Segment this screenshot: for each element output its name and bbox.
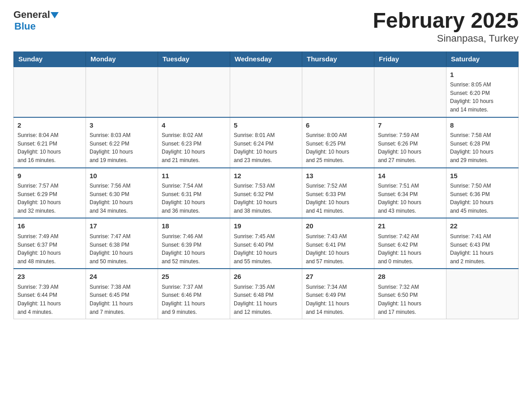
day-info: Sunrise: 8:03 AM Sunset: 6:22 PM Dayligh… xyxy=(90,131,154,164)
day-info: Sunrise: 7:45 AM Sunset: 6:40 PM Dayligh… xyxy=(234,232,298,265)
day-number: 24 xyxy=(90,272,154,282)
day-number: 5 xyxy=(234,120,298,131)
day-number: 3 xyxy=(90,120,154,131)
day-info: Sunrise: 7:37 AM Sunset: 6:46 PM Dayligh… xyxy=(162,283,226,316)
day-number: 26 xyxy=(234,272,298,282)
table-row: 27Sunrise: 7:34 AM Sunset: 6:49 PM Dayli… xyxy=(302,269,374,319)
header-friday: Friday xyxy=(374,51,446,67)
day-number: 22 xyxy=(450,221,515,231)
day-number: 19 xyxy=(234,221,298,231)
day-info: Sunrise: 7:57 AM Sunset: 6:29 PM Dayligh… xyxy=(17,182,82,215)
day-number: 27 xyxy=(306,272,370,282)
day-number: 25 xyxy=(162,272,226,282)
day-info: Sunrise: 8:01 AM Sunset: 6:24 PM Dayligh… xyxy=(234,131,298,164)
day-number: 9 xyxy=(17,171,82,181)
day-info: Sunrise: 7:52 AM Sunset: 6:33 PM Dayligh… xyxy=(306,182,370,215)
table-row: 8Sunrise: 7:58 AM Sunset: 6:28 PM Daylig… xyxy=(446,117,519,168)
day-info: Sunrise: 7:32 AM Sunset: 6:50 PM Dayligh… xyxy=(378,283,442,316)
day-info: Sunrise: 7:46 AM Sunset: 6:39 PM Dayligh… xyxy=(162,232,226,265)
calendar-header-row: Sunday Monday Tuesday Wednesday Thursday… xyxy=(14,51,519,67)
calendar-table: Sunday Monday Tuesday Wednesday Thursday… xyxy=(13,51,519,319)
calendar-subtitle: Sinanpasa, Turkey xyxy=(373,33,519,44)
day-number: 8 xyxy=(450,120,515,131)
day-number: 20 xyxy=(306,221,370,231)
table-row xyxy=(230,67,302,117)
day-info: Sunrise: 7:49 AM Sunset: 6:37 PM Dayligh… xyxy=(17,232,82,265)
day-info: Sunrise: 7:38 AM Sunset: 6:45 PM Dayligh… xyxy=(90,283,154,316)
day-info: Sunrise: 8:05 AM Sunset: 6:20 PM Dayligh… xyxy=(450,81,515,114)
table-row: 22Sunrise: 7:41 AM Sunset: 6:43 PM Dayli… xyxy=(446,218,519,269)
table-row xyxy=(158,67,230,117)
day-info: Sunrise: 7:54 AM Sunset: 6:31 PM Dayligh… xyxy=(162,182,226,215)
day-number: 13 xyxy=(306,171,370,181)
calendar-title: February 2025 xyxy=(373,9,519,33)
day-info: Sunrise: 8:00 AM Sunset: 6:25 PM Dayligh… xyxy=(306,131,370,164)
day-info: Sunrise: 7:35 AM Sunset: 6:48 PM Dayligh… xyxy=(234,283,298,316)
calendar-week-4: 16Sunrise: 7:49 AM Sunset: 6:37 PM Dayli… xyxy=(14,218,519,269)
day-number: 1 xyxy=(450,70,515,80)
day-number: 15 xyxy=(450,171,515,181)
calendar-week-2: 2Sunrise: 8:04 AM Sunset: 6:21 PM Daylig… xyxy=(14,117,519,168)
table-row: 13Sunrise: 7:52 AM Sunset: 6:33 PM Dayli… xyxy=(302,168,374,218)
table-row: 4Sunrise: 8:02 AM Sunset: 6:23 PM Daylig… xyxy=(158,117,230,168)
day-number: 10 xyxy=(90,171,154,181)
table-row xyxy=(86,67,158,117)
table-row: 21Sunrise: 7:42 AM Sunset: 6:42 PM Dayli… xyxy=(374,218,446,269)
day-info: Sunrise: 7:53 AM Sunset: 6:32 PM Dayligh… xyxy=(234,182,298,215)
table-row: 16Sunrise: 7:49 AM Sunset: 6:37 PM Dayli… xyxy=(14,218,86,269)
table-row: 23Sunrise: 7:39 AM Sunset: 6:44 PM Dayli… xyxy=(14,269,86,319)
table-row: 28Sunrise: 7:32 AM Sunset: 6:50 PM Dayli… xyxy=(374,269,446,319)
header-tuesday: Tuesday xyxy=(158,51,230,67)
table-row: 26Sunrise: 7:35 AM Sunset: 6:48 PM Dayli… xyxy=(230,269,302,319)
table-row: 7Sunrise: 7:59 AM Sunset: 6:26 PM Daylig… xyxy=(374,117,446,168)
header-monday: Monday xyxy=(86,51,158,67)
day-info: Sunrise: 7:50 AM Sunset: 6:36 PM Dayligh… xyxy=(450,182,515,215)
table-row: 6Sunrise: 8:00 AM Sunset: 6:25 PM Daylig… xyxy=(302,117,374,168)
table-row: 25Sunrise: 7:37 AM Sunset: 6:46 PM Dayli… xyxy=(158,269,230,319)
day-info: Sunrise: 7:34 AM Sunset: 6:49 PM Dayligh… xyxy=(306,283,370,316)
day-number: 21 xyxy=(378,221,442,231)
header-wednesday: Wednesday xyxy=(230,51,302,67)
svg-marker-0 xyxy=(51,12,59,18)
table-row xyxy=(14,67,86,117)
day-info: Sunrise: 7:59 AM Sunset: 6:26 PM Dayligh… xyxy=(378,131,442,164)
logo-arrow-icon xyxy=(51,12,59,18)
calendar-week-1: 1Sunrise: 8:05 AM Sunset: 6:20 PM Daylig… xyxy=(14,67,519,117)
table-row: 3Sunrise: 8:03 AM Sunset: 6:22 PM Daylig… xyxy=(86,117,158,168)
day-number: 14 xyxy=(378,171,442,181)
logo-name-part2: Blue xyxy=(14,21,36,32)
day-number: 28 xyxy=(378,272,442,282)
calendar-title-block: February 2025 Sinanpasa, Turkey xyxy=(373,9,519,44)
day-number: 18 xyxy=(162,221,226,231)
day-number: 7 xyxy=(378,120,442,131)
table-row xyxy=(374,67,446,117)
table-row: 9Sunrise: 7:57 AM Sunset: 6:29 PM Daylig… xyxy=(14,168,86,218)
table-row: 12Sunrise: 7:53 AM Sunset: 6:32 PM Dayli… xyxy=(230,168,302,218)
table-row: 11Sunrise: 7:54 AM Sunset: 6:31 PM Dayli… xyxy=(158,168,230,218)
day-number: 2 xyxy=(17,120,82,131)
table-row: 24Sunrise: 7:38 AM Sunset: 6:45 PM Dayli… xyxy=(86,269,158,319)
day-info: Sunrise: 7:56 AM Sunset: 6:30 PM Dayligh… xyxy=(90,182,154,215)
logo-name-part1: General xyxy=(13,9,50,21)
day-number: 4 xyxy=(162,120,226,131)
table-row: 20Sunrise: 7:43 AM Sunset: 6:41 PM Dayli… xyxy=(302,218,374,269)
table-row: 10Sunrise: 7:56 AM Sunset: 6:30 PM Dayli… xyxy=(86,168,158,218)
day-number: 12 xyxy=(234,171,298,181)
day-info: Sunrise: 7:41 AM Sunset: 6:43 PM Dayligh… xyxy=(450,232,515,265)
day-number: 23 xyxy=(17,272,82,282)
table-row: 15Sunrise: 7:50 AM Sunset: 6:36 PM Dayli… xyxy=(446,168,519,218)
header-saturday: Saturday xyxy=(446,51,519,67)
page-header: General Blue February 2025 Sinanpasa, Tu… xyxy=(13,9,519,44)
table-row: 17Sunrise: 7:47 AM Sunset: 6:38 PM Dayli… xyxy=(86,218,158,269)
day-number: 11 xyxy=(162,171,226,181)
calendar-week-3: 9Sunrise: 7:57 AM Sunset: 6:29 PM Daylig… xyxy=(14,168,519,218)
calendar-week-5: 23Sunrise: 7:39 AM Sunset: 6:44 PM Dayli… xyxy=(14,269,519,319)
day-info: Sunrise: 7:47 AM Sunset: 6:38 PM Dayligh… xyxy=(90,232,154,265)
day-info: Sunrise: 8:02 AM Sunset: 6:23 PM Dayligh… xyxy=(162,131,226,164)
day-info: Sunrise: 7:42 AM Sunset: 6:42 PM Dayligh… xyxy=(378,232,442,265)
day-info: Sunrise: 7:39 AM Sunset: 6:44 PM Dayligh… xyxy=(17,283,82,316)
logo: General Blue xyxy=(13,9,59,32)
day-number: 17 xyxy=(90,221,154,231)
day-number: 6 xyxy=(306,120,370,131)
header-thursday: Thursday xyxy=(302,51,374,67)
